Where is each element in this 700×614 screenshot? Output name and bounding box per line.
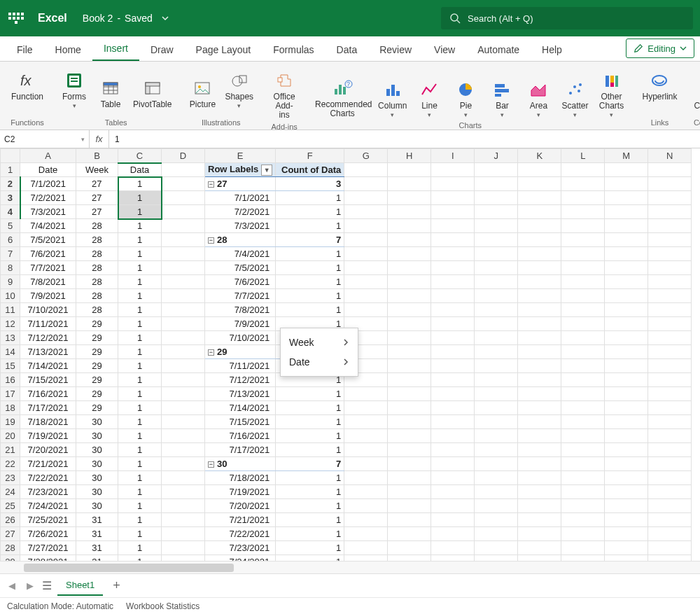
cell-N29[interactable] <box>648 555 692 561</box>
cell-L11[interactable] <box>561 303 605 317</box>
cell-C28[interactable]: 1 <box>118 541 162 555</box>
search-input[interactable]: Search (Alt + Q) <box>441 7 693 29</box>
cell-M19[interactable] <box>605 415 648 429</box>
cell-D2[interactable] <box>162 177 205 191</box>
cell-D3[interactable] <box>162 191 205 205</box>
cell-D29[interactable] <box>162 555 205 561</box>
cell-K14[interactable] <box>518 345 561 359</box>
cell-J23[interactable] <box>475 471 518 485</box>
cell-J24[interactable] <box>475 485 518 499</box>
cell-D4[interactable] <box>162 205 205 219</box>
cell-F20[interactable]: 1 <box>276 429 344 443</box>
row-header-6[interactable]: 6 <box>1 233 20 247</box>
cell-D23[interactable] <box>162 471 205 485</box>
cell-I19[interactable] <box>431 415 475 429</box>
cell-H27[interactable] <box>388 527 431 541</box>
cell-E5[interactable]: 7/3/2021 <box>205 219 276 233</box>
cell-B13[interactable]: 29 <box>76 331 118 345</box>
cell-C21[interactable]: 1 <box>118 443 162 457</box>
cell-C26[interactable]: 1 <box>118 513 162 527</box>
cell-E11[interactable]: 7/8/2021 <box>205 303 276 317</box>
cell-J18[interactable] <box>475 401 518 415</box>
cell-L7[interactable] <box>561 247 605 261</box>
cell-D14[interactable] <box>162 345 205 359</box>
cell-N17[interactable] <box>648 387 692 401</box>
cell-A20[interactable]: 7/19/2021 <box>20 429 76 443</box>
cell-G21[interactable] <box>344 443 388 457</box>
cell-A21[interactable]: 7/20/2021 <box>20 443 76 457</box>
cell-M7[interactable] <box>605 247 648 261</box>
cell-C19[interactable]: 1 <box>118 415 162 429</box>
cell-K16[interactable] <box>518 373 561 387</box>
cell-H16[interactable] <box>388 373 431 387</box>
cell-E16[interactable]: 7/12/2021 <box>205 373 276 387</box>
cell-D5[interactable] <box>162 219 205 233</box>
cell-H13[interactable] <box>388 331 431 345</box>
row-header-18[interactable]: 18 <box>1 401 20 415</box>
col-header-N[interactable]: N <box>648 149 692 163</box>
tab-view[interactable]: View <box>423 39 466 61</box>
cell-E9[interactable]: 7/6/2021 <box>205 275 276 289</box>
cell-J3[interactable] <box>475 191 518 205</box>
cell-F2[interactable]: 3 <box>276 177 344 191</box>
next-sheet-button[interactable]: ▶ <box>24 578 36 594</box>
cell-F7[interactable]: 1 <box>276 247 344 261</box>
cell-M12[interactable] <box>605 317 648 331</box>
cell-A26[interactable]: 7/25/2021 <box>20 513 76 527</box>
cell-C11[interactable]: 1 <box>118 303 162 317</box>
cell-C4[interactable]: 1 <box>118 205 162 219</box>
cell-F6[interactable]: 7 <box>276 233 344 247</box>
tab-home[interactable]: Home <box>44 39 92 61</box>
cell-H7[interactable] <box>388 247 431 261</box>
all-sheets-button[interactable]: ☰ <box>42 579 52 592</box>
cell-B4[interactable]: 27 <box>76 205 118 219</box>
cell-E26[interactable]: 7/21/2021 <box>205 513 276 527</box>
cell-I29[interactable] <box>431 555 475 561</box>
cell-E29[interactable]: 7/24/2021 <box>205 555 276 561</box>
cell-J20[interactable] <box>475 429 518 443</box>
cell-E10[interactable]: 7/7/2021 <box>205 289 276 303</box>
cell-C23[interactable]: 1 <box>118 471 162 485</box>
row-header-4[interactable]: 4 <box>1 205 20 219</box>
cell-I20[interactable] <box>431 429 475 443</box>
cell-C2[interactable]: 1 <box>118 177 162 191</box>
cell-D20[interactable] <box>162 429 205 443</box>
cell-E12[interactable]: 7/9/2021 <box>205 317 276 331</box>
row-header-16[interactable]: 16 <box>1 373 20 387</box>
cell-L4[interactable] <box>561 205 605 219</box>
bar-button[interactable]: Bar▾ <box>485 76 519 120</box>
cell-M23[interactable] <box>605 471 648 485</box>
prev-sheet-button[interactable]: ◀ <box>6 578 18 594</box>
cell-A15[interactable]: 7/14/2021 <box>20 359 76 373</box>
cell-I11[interactable] <box>431 303 475 317</box>
app-launcher-icon[interactable] <box>7 9 25 27</box>
cell-G3[interactable] <box>344 191 388 205</box>
function-button[interactable]: fxFunction <box>8 67 46 103</box>
cell-I9[interactable] <box>431 275 475 289</box>
col-header-B[interactable]: B <box>76 149 118 163</box>
cell-K13[interactable] <box>518 331 561 345</box>
cell-F19[interactable]: 1 <box>276 415 344 429</box>
tab-help[interactable]: Help <box>531 39 573 61</box>
row-header-5[interactable]: 5 <box>1 219 20 233</box>
cell-N4[interactable] <box>648 205 692 219</box>
cell-E3[interactable]: 7/1/2021 <box>205 191 276 205</box>
cell-J28[interactable] <box>475 541 518 555</box>
cell-D9[interactable] <box>162 275 205 289</box>
cell-E22[interactable]: −30 <box>205 457 276 471</box>
cell-B29[interactable]: 31 <box>76 555 118 561</box>
cell-D13[interactable] <box>162 331 205 345</box>
cell-K27[interactable] <box>518 527 561 541</box>
cell-H3[interactable] <box>388 191 431 205</box>
cell-I23[interactable] <box>431 471 475 485</box>
row-header-24[interactable]: 24 <box>1 485 20 499</box>
cell-L29[interactable] <box>561 555 605 561</box>
cell-N26[interactable] <box>648 513 692 527</box>
cell-B22[interactable]: 30 <box>76 457 118 471</box>
fx-icon[interactable]: fx <box>90 130 109 148</box>
cell-B19[interactable]: 30 <box>76 415 118 429</box>
cell-M27[interactable] <box>605 527 648 541</box>
cell-G19[interactable] <box>344 415 388 429</box>
spreadsheet-grid[interactable]: ABCDEFGHIJKLMN1DateWeekDataRow Labels▼Co… <box>0 148 700 561</box>
doc-name[interactable]: Book 2 - Saved <box>83 13 169 24</box>
